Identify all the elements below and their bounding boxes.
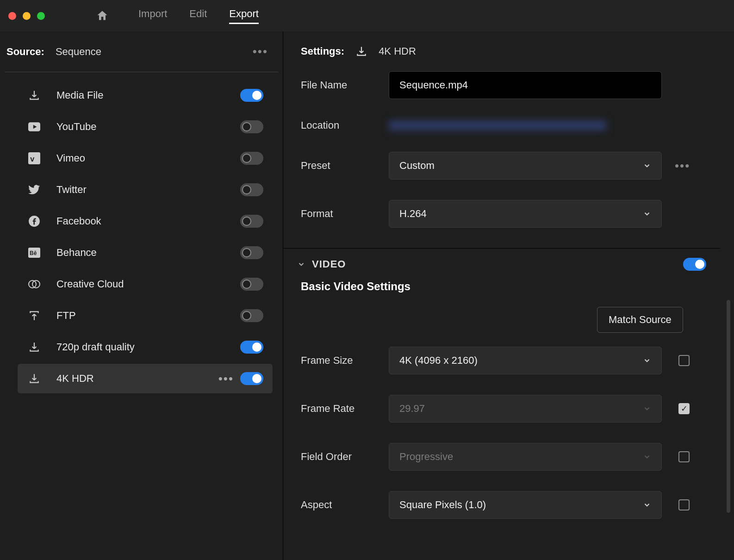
maximize-window-icon[interactable]	[37, 12, 45, 20]
chevron-down-icon	[643, 162, 651, 170]
frame-rate-label: Frame Rate	[301, 403, 389, 415]
upload-icon	[27, 308, 42, 323]
aspect-select[interactable]: Square Pixels (1.0)	[389, 491, 662, 519]
file-name-label: File Name	[301, 79, 389, 91]
home-button[interactable]	[96, 9, 109, 22]
export-sidebar: Source: Sequence ••• Media FileYouTubevV…	[0, 31, 283, 560]
svg-text:Bē: Bē	[30, 250, 37, 256]
home-icon	[96, 9, 109, 22]
aspect-value: Square Pixels (1.0)	[399, 499, 486, 511]
preset-value: Custom	[399, 160, 435, 172]
field-order-label: Field Order	[301, 451, 389, 463]
destination-label: Twitter	[56, 184, 240, 196]
destination-media-file[interactable]: Media File	[18, 81, 273, 110]
window-controls	[8, 12, 45, 20]
download-icon	[355, 45, 367, 57]
destination-label: Behance	[56, 247, 240, 259]
destination-behance[interactable]: BēBehance	[18, 238, 273, 268]
chevron-down-icon	[643, 453, 651, 461]
video-section-title: VIDEO	[312, 258, 683, 270]
source-label: Source:	[6, 46, 44, 58]
minimize-window-icon[interactable]	[23, 12, 31, 20]
location-path[interactable]	[389, 120, 606, 131]
source-more-icon[interactable]: •••	[253, 44, 268, 59]
scrollbar[interactable]	[727, 300, 730, 513]
destination-toggle[interactable]	[240, 183, 263, 196]
settings-preset-name: 4K HDR	[379, 45, 416, 57]
frame-size-label: Frame Size	[301, 355, 389, 367]
video-section: VIDEO Basic Video Settings Match Source …	[283, 248, 720, 519]
chevron-down-icon	[297, 260, 305, 268]
vimeo-icon: v	[27, 151, 42, 166]
facebook-icon	[27, 214, 42, 229]
destination-label: Facebook	[56, 215, 240, 227]
tab-export[interactable]: Export	[229, 8, 259, 24]
destination-label: 4K HDR	[56, 373, 218, 385]
destination-720p[interactable]: 720p draft quality	[18, 332, 273, 362]
destination-toggle[interactable]	[240, 246, 263, 259]
file-name-input[interactable]	[389, 71, 662, 99]
destination-youtube[interactable]: YouTube	[18, 112, 273, 142]
destination-facebook[interactable]: Facebook	[18, 206, 273, 236]
chevron-down-icon	[643, 501, 651, 509]
destination-toggle[interactable]	[240, 89, 263, 102]
destination-label: Media File	[56, 89, 240, 101]
preset-label: Preset	[301, 160, 389, 172]
frame-size-value: 4K (4096 x 2160)	[399, 355, 478, 367]
behance-icon: Bē	[27, 245, 42, 260]
field-order-value: Progressive	[399, 451, 453, 463]
chevron-down-icon	[643, 404, 651, 413]
settings-header: Settings: 4K HDR	[283, 31, 720, 71]
settings-panel: Settings: 4K HDR File Name Location Pres…	[283, 31, 734, 560]
destination-cc[interactable]: Creative Cloud	[18, 269, 273, 299]
youtube-icon	[27, 119, 42, 134]
destination-vimeo[interactable]: vVimeo	[18, 143, 273, 173]
aspect-match-checkbox[interactable]	[678, 499, 690, 510]
close-window-icon[interactable]	[8, 12, 16, 20]
format-select[interactable]: H.264	[389, 200, 662, 228]
frame-rate-match-checkbox[interactable]: ✓	[678, 403, 690, 414]
destination-more-icon[interactable]: •••	[218, 372, 234, 386]
location-label: Location	[301, 119, 389, 131]
cc-icon	[27, 277, 42, 292]
destination-list: Media FileYouTubevVimeoTwitterFacebookBē…	[0, 72, 283, 393]
tab-import[interactable]: Import	[138, 8, 167, 24]
destination-4khdr[interactable]: 4K HDR•••	[18, 364, 273, 393]
twitter-icon	[27, 182, 42, 197]
source-row: Source: Sequence •••	[5, 31, 278, 72]
titlebar: Import Edit Export	[0, 0, 734, 31]
destination-toggle[interactable]	[240, 278, 263, 291]
video-section-header[interactable]: VIDEO	[283, 249, 720, 280]
destination-toggle[interactable]	[240, 152, 263, 165]
frame-rate-value: 29.97	[399, 403, 425, 415]
source-name[interactable]: Sequence	[56, 46, 253, 58]
mode-tabs: Import Edit Export	[138, 8, 259, 24]
field-order-select: Progressive	[389, 443, 662, 471]
destination-ftp[interactable]: FTP	[18, 301, 273, 330]
destination-toggle[interactable]	[240, 120, 263, 133]
preset-more-icon[interactable]: •••	[675, 159, 690, 173]
frame-rate-select: 29.97	[389, 395, 662, 423]
format-value: H.264	[399, 208, 427, 220]
frame-size-select[interactable]: 4K (4096 x 2160)	[389, 347, 662, 374]
chevron-down-icon	[643, 210, 651, 218]
destination-toggle[interactable]	[240, 309, 263, 322]
destination-toggle[interactable]	[240, 215, 263, 228]
destination-toggle[interactable]	[240, 341, 263, 354]
download-icon	[27, 340, 42, 355]
field-order-match-checkbox[interactable]	[678, 451, 690, 462]
download-icon	[27, 371, 42, 386]
match-source-button[interactable]: Match Source	[597, 307, 683, 333]
settings-label: Settings:	[301, 45, 344, 57]
format-label: Format	[301, 208, 389, 220]
basic-video-settings-title: Basic Video Settings	[301, 280, 720, 293]
video-section-toggle[interactable]	[683, 258, 706, 271]
destination-twitter[interactable]: Twitter	[18, 175, 273, 205]
svg-text:v: v	[30, 155, 34, 163]
preset-select[interactable]: Custom	[389, 152, 662, 180]
tab-edit[interactable]: Edit	[189, 8, 207, 24]
destination-label: Vimeo	[56, 152, 240, 164]
destination-label: 720p draft quality	[56, 341, 240, 353]
frame-size-match-checkbox[interactable]	[678, 355, 690, 366]
destination-toggle[interactable]	[240, 372, 263, 385]
